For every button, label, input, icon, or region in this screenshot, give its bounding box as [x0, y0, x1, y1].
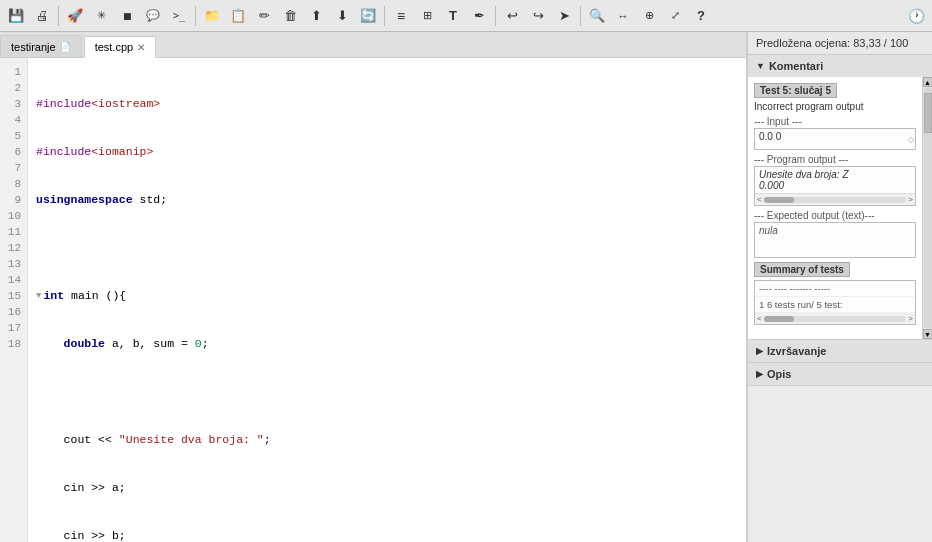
editor-area: testiranje 📄 test.cpp ✕ 1 2 3 4 5 6 7 8 …	[0, 32, 747, 542]
separator-5	[580, 6, 581, 26]
zoom-button[interactable]: ⊕	[637, 4, 661, 28]
clock-button[interactable]: 🕐	[904, 4, 928, 28]
summary-scrollbar[interactable]: < >	[755, 313, 915, 324]
code-line-6: double a, b, sum = 0;	[36, 336, 738, 352]
scroll-right-btn[interactable]: >	[908, 195, 913, 204]
scroll-up-btn[interactable]: ▲	[923, 77, 933, 87]
edit-button[interactable]: ✏	[252, 4, 276, 28]
summary-line2: 1 6 tests run/ 5 test:	[755, 297, 915, 313]
code-line-1: #include <iostream>	[36, 96, 738, 112]
download-button[interactable]: ⬇	[330, 4, 354, 28]
summary-badge: Summary of tests	[754, 262, 850, 277]
highlight-button[interactable]: ✒	[467, 4, 491, 28]
scroll-left-btn[interactable]: <	[757, 195, 762, 204]
separator-4	[495, 6, 496, 26]
comments-section-header[interactable]: ▼ Komentari	[748, 55, 932, 77]
tab-test-cpp[interactable]: test.cpp ✕	[84, 36, 157, 58]
tab-testiranje[interactable]: testiranje 📄	[0, 35, 82, 57]
izvrsavanje-section-header[interactable]: ▶ Izvršavanje	[748, 340, 932, 362]
izvrsavanje-section: ▶ Izvršavanje	[748, 340, 932, 363]
save-button[interactable]: 💾	[4, 4, 28, 28]
code-line-8: cout << "Unesite dva broja: ";	[36, 432, 738, 448]
help-button[interactable]: ?	[689, 4, 713, 28]
comments-content: Test 5: slučaj 5 Incorrect program outpu…	[748, 77, 932, 339]
scroll-thumb	[764, 197, 794, 203]
opis-arrow-icon: ▶	[756, 369, 763, 379]
main-container: testiranje 📄 test.cpp ✕ 1 2 3 4 5 6 7 8 …	[0, 32, 932, 542]
input-value: 0.0 0	[759, 131, 781, 142]
undo-button[interactable]: ↩	[500, 4, 524, 28]
code-editor[interactable]: 1 2 3 4 5 6 7 8 9 10 11 12 13 14 15 16 1…	[0, 58, 746, 542]
comments-arrow-icon: ▼	[756, 61, 765, 71]
input-label: --- Input ---	[754, 116, 916, 127]
open-file-button[interactable]: 📋	[226, 4, 250, 28]
code-line-4	[36, 240, 738, 256]
summary-scroll-thumb	[764, 316, 794, 322]
grade-label: Predložena ocjena:	[756, 37, 850, 49]
redo-button[interactable]: ↪	[526, 4, 550, 28]
text-button[interactable]: T	[441, 4, 465, 28]
delete-button[interactable]: 🗑	[278, 4, 302, 28]
code-line-9: cin >> a;	[36, 480, 738, 496]
list-button[interactable]: ≡	[389, 4, 413, 28]
stop-button[interactable]: ⏹	[115, 4, 139, 28]
opis-section: ▶ Opis	[748, 363, 932, 386]
summary-section: Summary of tests ---- ---- ------- -----…	[754, 262, 916, 325]
refresh-button[interactable]: 🔄	[356, 4, 380, 28]
search-button[interactable]: 🔍	[585, 4, 609, 28]
izvrsavanje-arrow-icon: ▶	[756, 346, 763, 356]
scroll-thumb-right	[924, 93, 932, 133]
expected-value: nula	[759, 225, 778, 236]
test-badge: Test 5: slučaj 5	[754, 83, 837, 98]
grade-value: 83,33 / 100	[853, 37, 908, 49]
toolbar: 💾 🖨 🚀 ✳ ⏹ 💬 >_ 📁 📋 ✏ 🗑 ⬆ ⬇ 🔄 ≡ ⊞ T ✒ ↩ ↪…	[0, 0, 932, 32]
code-line-5: ▼ int main (){	[36, 288, 738, 304]
expected-box: nula	[754, 222, 916, 258]
izvrsavanje-label: Izvršavanje	[767, 345, 826, 357]
right-panel: Predložena ocjena: 83,33 / 100 ▼ Komenta…	[747, 32, 932, 542]
code-line-10: cin >> b;	[36, 528, 738, 542]
separator-1	[58, 6, 59, 26]
summary-line1: ---- ---- ------- -----	[755, 281, 915, 297]
send-button[interactable]: ➤	[552, 4, 576, 28]
arrows-button[interactable]: ↔	[611, 4, 635, 28]
comments-panel-content: Test 5: slučaj 5 Incorrect program outpu…	[748, 77, 922, 339]
expected-label: --- Expected output (text)---	[754, 210, 916, 221]
scroll-track	[764, 197, 907, 203]
expand-button[interactable]: ⤢	[663, 4, 687, 28]
grade-area: Predložena ocjena: 83,33 / 100	[748, 32, 932, 55]
code-content[interactable]: #include <iostream> #include <iomanip> u…	[28, 58, 746, 542]
comments-scrollbar[interactable]: ▲ ▼	[922, 77, 932, 339]
terminal-button[interactable]: >_	[167, 4, 191, 28]
tab-testiranje-icon: 📄	[60, 42, 71, 52]
print-button[interactable]: 🖨	[30, 4, 54, 28]
tabs-bar: testiranje 📄 test.cpp ✕	[0, 32, 746, 58]
tab-close-icon[interactable]: ✕	[137, 42, 145, 53]
summary-scroll-track	[764, 316, 907, 322]
debug-button[interactable]: ✳	[89, 4, 113, 28]
line-numbers: 1 2 3 4 5 6 7 8 9 10 11 12 13 14 15 16 1…	[0, 58, 28, 542]
grid-button[interactable]: ⊞	[415, 4, 439, 28]
comments-scroll[interactable]: Test 5: slučaj 5 Incorrect program outpu…	[748, 77, 922, 339]
scroll-down-btn[interactable]: ▼	[923, 329, 933, 339]
program-output-value: Unesite dva broja: Z0.000	[755, 167, 915, 193]
opis-section-header[interactable]: ▶ Opis	[748, 363, 932, 385]
scroll-track-right	[924, 88, 932, 328]
summary-scroll-left[interactable]: <	[757, 314, 762, 323]
tab-test-cpp-label: test.cpp	[95, 41, 134, 53]
upload-button[interactable]: ⬆	[304, 4, 328, 28]
test-status: Incorrect program output	[754, 101, 916, 112]
comments-label: Komentari	[769, 60, 823, 72]
code-line-2: #include <iomanip>	[36, 144, 738, 160]
comment-button[interactable]: 💬	[141, 4, 165, 28]
program-output-scrollbar[interactable]: < >	[755, 193, 915, 205]
summary-scroll-right[interactable]: >	[908, 314, 913, 323]
separator-2	[195, 6, 196, 26]
test5-block: Test 5: slučaj 5 Incorrect program outpu…	[754, 83, 916, 325]
program-output-label: --- Program output ---	[754, 154, 916, 165]
open-folder-button[interactable]: 📁	[200, 4, 224, 28]
separator-3	[384, 6, 385, 26]
input-box: 0.0 0 ◇	[754, 128, 916, 150]
run-button[interactable]: 🚀	[63, 4, 87, 28]
comments-section: ▼ Komentari Test 5: slučaj 5 Incorrect p…	[748, 55, 932, 340]
